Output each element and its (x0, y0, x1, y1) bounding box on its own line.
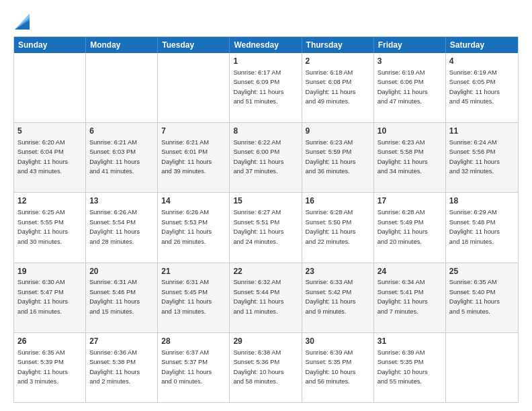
day-number: 15 (233, 195, 298, 207)
calendar-cell: 22Sunrise: 6:32 AM Sunset: 5:44 PM Dayli… (230, 263, 302, 332)
day-number: 27 (89, 336, 154, 347)
cell-details: Sunrise: 6:39 AM Sunset: 5:35 PM Dayligh… (306, 349, 356, 385)
calendar-cell: 20Sunrise: 6:31 AM Sunset: 5:46 PM Dayli… (86, 263, 158, 332)
calendar-cell: 14Sunrise: 6:26 AM Sunset: 5:53 PM Dayli… (158, 193, 230, 262)
calendar-cell: 26Sunrise: 6:35 AM Sunset: 5:39 PM Dayli… (14, 333, 86, 402)
calendar-cell: 28Sunrise: 6:37 AM Sunset: 5:37 PM Dayli… (158, 333, 230, 402)
logo-icon (15, 11, 30, 30)
weekday-header: Sunday (14, 37, 86, 53)
weekday-header: Tuesday (158, 37, 230, 53)
calendar-header: SundayMondayTuesdayWednesdayThursdayFrid… (14, 37, 518, 53)
day-number: 31 (378, 336, 442, 347)
day-number: 16 (306, 195, 370, 207)
calendar-cell: 29Sunrise: 6:38 AM Sunset: 5:36 PM Dayli… (230, 333, 302, 402)
calendar-cell: 1Sunrise: 6:17 AM Sunset: 6:09 PM Daylig… (230, 53, 302, 122)
calendar-cell: 7Sunrise: 6:21 AM Sunset: 6:01 PM Daylig… (158, 123, 230, 192)
weekday-header: Thursday (302, 37, 374, 53)
cell-details: Sunrise: 6:29 AM Sunset: 5:48 PM Dayligh… (449, 209, 500, 244)
calendar-cell (86, 53, 158, 122)
calendar-row: 19Sunrise: 6:30 AM Sunset: 5:47 PM Dayli… (14, 263, 518, 332)
calendar-cell: 12Sunrise: 6:25 AM Sunset: 5:55 PM Dayli… (14, 193, 86, 262)
cell-details: Sunrise: 6:23 AM Sunset: 5:58 PM Dayligh… (378, 139, 428, 175)
calendar-cell: 23Sunrise: 6:33 AM Sunset: 5:42 PM Dayli… (302, 263, 374, 332)
cell-details: Sunrise: 6:39 AM Sunset: 5:35 PM Dayligh… (378, 349, 428, 385)
day-number: 29 (233, 336, 298, 347)
day-number: 7 (161, 126, 226, 137)
cell-details: Sunrise: 6:33 AM Sunset: 5:42 PM Dayligh… (306, 279, 356, 314)
calendar-cell: 24Sunrise: 6:34 AM Sunset: 5:41 PM Dayli… (374, 263, 446, 332)
cell-details: Sunrise: 6:36 AM Sunset: 5:38 PM Dayligh… (89, 349, 140, 385)
calendar-cell: 6Sunrise: 6:21 AM Sunset: 6:03 PM Daylig… (86, 123, 158, 192)
calendar-cell: 31Sunrise: 6:39 AM Sunset: 5:35 PM Dayli… (374, 333, 446, 402)
calendar-cell: 9Sunrise: 6:23 AM Sunset: 5:59 PM Daylig… (302, 123, 374, 192)
day-number: 1 (233, 56, 298, 67)
cell-details: Sunrise: 6:25 AM Sunset: 5:55 PM Dayligh… (17, 209, 68, 244)
weekday-header: Wednesday (230, 37, 302, 53)
cell-details: Sunrise: 6:31 AM Sunset: 5:46 PM Dayligh… (89, 279, 140, 314)
weekday-header: Monday (86, 37, 158, 53)
day-number: 12 (17, 195, 82, 207)
cell-details: Sunrise: 6:26 AM Sunset: 5:54 PM Dayligh… (89, 209, 140, 244)
calendar-cell (14, 53, 86, 122)
day-number: 14 (161, 195, 226, 207)
cell-details: Sunrise: 6:38 AM Sunset: 5:36 PM Dayligh… (233, 349, 283, 385)
day-number: 20 (89, 266, 154, 277)
cell-details: Sunrise: 6:27 AM Sunset: 5:51 PM Dayligh… (233, 209, 283, 244)
day-number: 10 (378, 126, 442, 137)
day-number: 19 (17, 266, 82, 277)
calendar-cell (446, 333, 518, 402)
calendar-cell: 18Sunrise: 6:29 AM Sunset: 5:48 PM Dayli… (446, 193, 518, 262)
cell-details: Sunrise: 6:22 AM Sunset: 6:00 PM Dayligh… (233, 139, 283, 175)
day-number: 8 (233, 126, 298, 137)
day-number: 30 (306, 336, 370, 347)
calendar-row: 5Sunrise: 6:20 AM Sunset: 6:04 PM Daylig… (14, 122, 518, 192)
calendar-row: 1Sunrise: 6:17 AM Sunset: 6:09 PM Daylig… (14, 53, 518, 122)
day-number: 24 (378, 266, 442, 277)
calendar-cell: 27Sunrise: 6:36 AM Sunset: 5:38 PM Dayli… (86, 333, 158, 402)
calendar-cell: 21Sunrise: 6:31 AM Sunset: 5:45 PM Dayli… (158, 263, 230, 332)
day-number: 13 (89, 195, 154, 207)
day-number: 4 (449, 56, 515, 67)
cell-details: Sunrise: 6:30 AM Sunset: 5:47 PM Dayligh… (17, 279, 68, 314)
day-number: 11 (449, 126, 515, 137)
cell-details: Sunrise: 6:20 AM Sunset: 6:04 PM Dayligh… (17, 139, 68, 175)
cell-details: Sunrise: 6:21 AM Sunset: 6:01 PM Dayligh… (161, 139, 212, 175)
calendar-cell: 17Sunrise: 6:28 AM Sunset: 5:49 PM Dayli… (374, 193, 446, 262)
day-number: 18 (449, 195, 515, 207)
calendar-cell: 8Sunrise: 6:22 AM Sunset: 6:00 PM Daylig… (230, 123, 302, 192)
cell-details: Sunrise: 6:35 AM Sunset: 5:39 PM Dayligh… (17, 349, 68, 385)
cell-details: Sunrise: 6:24 AM Sunset: 5:56 PM Dayligh… (449, 139, 500, 175)
calendar-cell: 5Sunrise: 6:20 AM Sunset: 6:04 PM Daylig… (14, 123, 86, 192)
cell-details: Sunrise: 6:23 AM Sunset: 5:59 PM Dayligh… (306, 139, 356, 175)
day-number: 6 (89, 126, 154, 137)
calendar-cell: 30Sunrise: 6:39 AM Sunset: 5:35 PM Dayli… (302, 333, 374, 402)
day-number: 5 (17, 126, 82, 137)
cell-details: Sunrise: 6:35 AM Sunset: 5:40 PM Dayligh… (449, 279, 500, 314)
cell-details: Sunrise: 6:34 AM Sunset: 5:41 PM Dayligh… (378, 279, 428, 314)
day-number: 9 (306, 126, 370, 137)
calendar-cell: 16Sunrise: 6:28 AM Sunset: 5:50 PM Dayli… (302, 193, 374, 262)
cell-details: Sunrise: 6:28 AM Sunset: 5:49 PM Dayligh… (378, 209, 428, 244)
calendar-row: 26Sunrise: 6:35 AM Sunset: 5:39 PM Dayli… (14, 332, 518, 402)
day-number: 21 (161, 266, 226, 277)
calendar-cell: 3Sunrise: 6:19 AM Sunset: 6:06 PM Daylig… (374, 53, 446, 122)
calendar-cell: 4Sunrise: 6:19 AM Sunset: 6:05 PM Daylig… (446, 53, 518, 122)
calendar-cell: 11Sunrise: 6:24 AM Sunset: 5:56 PM Dayli… (446, 123, 518, 192)
calendar-row: 12Sunrise: 6:25 AM Sunset: 5:55 PM Dayli… (14, 192, 518, 262)
day-number: 26 (17, 336, 82, 347)
calendar-cell: 13Sunrise: 6:26 AM Sunset: 5:54 PM Dayli… (86, 193, 158, 262)
cell-details: Sunrise: 6:37 AM Sunset: 5:37 PM Dayligh… (161, 349, 212, 385)
calendar-cell: 10Sunrise: 6:23 AM Sunset: 5:58 PM Dayli… (374, 123, 446, 192)
cell-details: Sunrise: 6:26 AM Sunset: 5:53 PM Dayligh… (161, 209, 212, 244)
cell-details: Sunrise: 6:19 AM Sunset: 6:06 PM Dayligh… (378, 69, 428, 105)
day-number: 17 (378, 195, 442, 207)
calendar: SundayMondayTuesdayWednesdayThursdayFrid… (13, 36, 519, 403)
cell-details: Sunrise: 6:21 AM Sunset: 6:03 PM Dayligh… (89, 139, 140, 175)
logo (13, 11, 30, 30)
day-number: 25 (449, 266, 515, 277)
weekday-header: Saturday (446, 37, 518, 53)
day-number: 3 (378, 56, 442, 67)
page: SundayMondayTuesdayWednesdayThursdayFrid… (0, 0, 532, 411)
calendar-cell: 19Sunrise: 6:30 AM Sunset: 5:47 PM Dayli… (14, 263, 86, 332)
day-number: 2 (306, 56, 370, 67)
